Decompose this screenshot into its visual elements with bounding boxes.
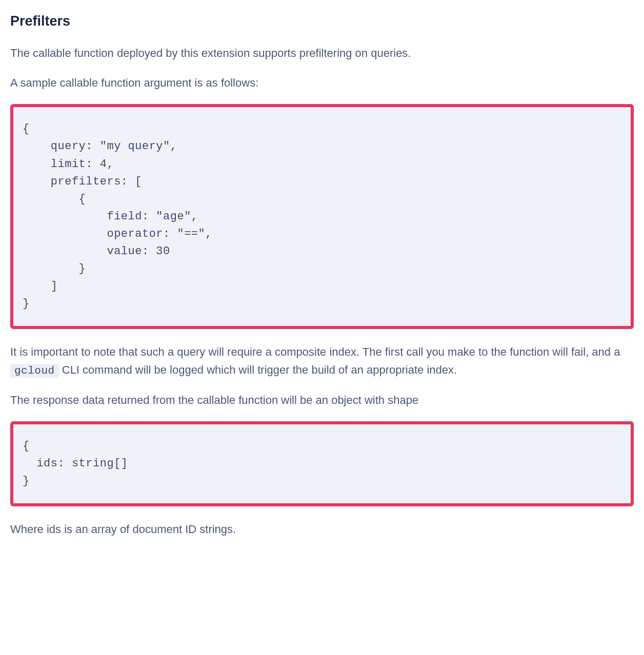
composite-index-note: It is important to note that such a quer… xyxy=(10,343,634,379)
code-sample-response: { ids: string[] } xyxy=(10,421,634,506)
gcloud-inline-code: gcloud xyxy=(10,364,59,378)
note-text-part-2: CLI command will be logged which will tr… xyxy=(59,363,457,376)
ids-explanation: Where ids is an array of document ID str… xyxy=(10,521,634,538)
note-text-part-1: It is important to note that such a quer… xyxy=(10,345,620,358)
prefilters-heading: Prefilters xyxy=(10,10,634,32)
code-sample-argument: { query: "my query", limit: 4, prefilter… xyxy=(10,104,634,329)
response-shape-intro: The response data returned from the call… xyxy=(10,392,634,409)
intro-paragraph-2: A sample callable function argument is a… xyxy=(10,74,634,92)
intro-paragraph-1: The callable function deployed by this e… xyxy=(10,45,634,62)
